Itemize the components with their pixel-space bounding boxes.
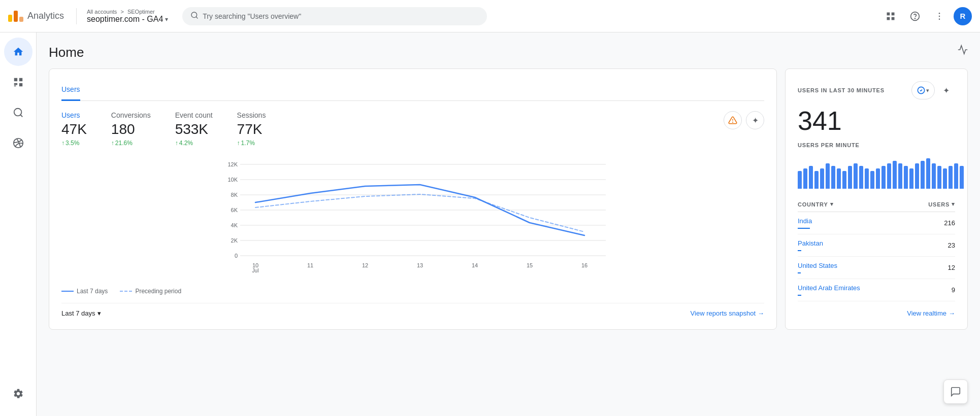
all-accounts-link[interactable]: All accounts [87, 9, 117, 15]
bar [865, 168, 869, 189]
analytics-logo [8, 11, 23, 22]
view-realtime-link[interactable]: View realtime → [907, 309, 955, 317]
bar [887, 163, 891, 189]
country-row: United States 12 [798, 257, 955, 279]
sidebar [0, 32, 37, 416]
bar [803, 168, 807, 189]
legend-preceding: Preceding period [120, 288, 181, 295]
country-name[interactable]: Pakistan [798, 239, 823, 251]
users-col-header[interactable]: USERS ▾ [928, 201, 955, 207]
legend-solid-line [61, 291, 74, 292]
country-users-count: 9 [952, 286, 955, 294]
bar [898, 163, 902, 189]
svg-point-10 [939, 18, 940, 20]
country-name[interactable]: United Arab Emirates [798, 284, 860, 296]
sparkle-icon: ✦ [752, 116, 759, 125]
property-selector[interactable]: seoptimer.com - GA4 ▾ [87, 15, 168, 24]
bar [921, 161, 925, 189]
sidebar-item-advertising[interactable] [4, 129, 32, 157]
metric-sessions-change: ↑ 1.7% [237, 140, 266, 147]
metric-sessions-label[interactable]: Sessions [237, 111, 266, 119]
country-table: COUNTRY ▾ USERS ▾ India 216 P [798, 197, 955, 301]
sidebar-item-home[interactable] [4, 38, 32, 66]
logo-bar-3 [19, 17, 23, 22]
svg-rect-2 [887, 12, 890, 15]
metric-users-label[interactable]: Users [61, 111, 87, 119]
svg-rect-3 [892, 12, 895, 15]
svg-rect-13 [14, 83, 17, 85]
nav-actions: R [880, 6, 972, 26]
bar [798, 171, 802, 189]
tab-users[interactable]: Users [61, 81, 80, 101]
nav-logo: Analytics [8, 11, 64, 22]
metric-users: Users 47K ↑ 3.5% [61, 111, 87, 147]
main-layout: Home Users Users 47K ↑ 3.5% [0, 32, 980, 416]
bar [826, 163, 830, 189]
page-title: Home [49, 45, 968, 60]
bar [854, 163, 858, 189]
card-footer: Last 7 days ▾ View reports snapshot → [61, 303, 764, 317]
sparkle-button[interactable]: ✦ [746, 111, 764, 129]
realtime-sparkle-icon: ✦ [943, 86, 950, 95]
svg-text:10K: 10K [227, 177, 238, 183]
bar [842, 171, 846, 189]
country-row: India 216 [798, 212, 955, 234]
country-row: United Arab Emirates 9 [798, 279, 955, 301]
svg-text:Jul: Jul [252, 268, 259, 273]
help-button[interactable] [905, 6, 925, 26]
date-selector[interactable]: Last 7 days ▾ [61, 309, 101, 317]
realtime-footer: View realtime → [798, 309, 955, 317]
app-name: Analytics [27, 11, 64, 21]
users-per-min-label: USERS PER MINUTE [798, 142, 955, 148]
country-bar [798, 272, 801, 273]
realtime-check-button[interactable]: ▾ [911, 81, 935, 99]
metric-conversions-value: 180 [111, 121, 151, 137]
bar [848, 166, 852, 189]
users-per-min-chart [798, 158, 955, 189]
metric-event-count: Event count 533K ↑ 4.2% [175, 111, 213, 147]
property-caret-icon: ▾ [165, 16, 168, 23]
chat-fab-button[interactable] [943, 379, 968, 404]
country-name[interactable]: United States [798, 262, 837, 273]
alert-button[interactable] [724, 111, 742, 129]
realtime-header: USERS IN LAST 30 MINUTES ▾ ✦ [798, 81, 955, 99]
main-content: Home Users Users 47K ↑ 3.5% [37, 32, 980, 416]
bar [820, 168, 824, 189]
trend-up-icon-2: ↑ [111, 140, 114, 147]
metric-conversions-label[interactable]: Conversions [111, 111, 151, 119]
sidebar-item-reports[interactable] [4, 68, 32, 96]
grid-icon-button[interactable] [880, 6, 901, 26]
bar [960, 166, 964, 189]
view-reports-link[interactable]: View reports snapshot → [691, 309, 764, 317]
insights-icon-button[interactable] [954, 41, 972, 59]
country-users-count: 23 [948, 241, 955, 249]
country-name[interactable]: India [798, 217, 812, 229]
country-rows: India 216 Pakistan 23 United States 12 U… [798, 212, 955, 301]
analytics-card: Users Users 47K ↑ 3.5% Conversions 18 [49, 68, 777, 330]
sidebar-item-explore[interactable] [4, 98, 32, 127]
svg-rect-4 [887, 17, 890, 20]
bar [949, 166, 953, 189]
avatar[interactable]: R [954, 7, 972, 25]
metric-sessions-value: 77K [237, 121, 266, 137]
more-options-button[interactable] [929, 6, 950, 26]
metric-event-label[interactable]: Event count [175, 111, 213, 119]
bar [915, 163, 919, 189]
legend-last-7-days: Last 7 days [61, 288, 108, 295]
sidebar-item-admin[interactable] [4, 379, 32, 408]
account-link[interactable]: SEOptimer [127, 9, 155, 15]
metric-actions: ✦ [724, 111, 764, 129]
logo-bar-1 [8, 15, 12, 22]
search-bar[interactable]: Try searching "Users overview" [182, 7, 487, 25]
realtime-sparkle-button[interactable]: ✦ [937, 81, 955, 99]
metrics-row: Users 47K ↑ 3.5% Conversions 180 ↑ 21.6% [61, 111, 764, 147]
metric-event-value: 533K [175, 121, 213, 137]
svg-rect-11 [14, 78, 17, 81]
realtime-actions: ▾ ✦ [911, 81, 955, 99]
bar [814, 171, 819, 189]
realtime-title: USERS IN LAST 30 MINUTES [798, 87, 885, 93]
country-col-header[interactable]: COUNTRY ▾ [798, 201, 833, 207]
trend-up-icon-4: ↑ [237, 140, 240, 147]
svg-text:14: 14 [472, 262, 478, 268]
line-chart: 12K 10K 8K 6K 4K 2K 0 10 Jul 11 12 13 14 [61, 157, 764, 273]
